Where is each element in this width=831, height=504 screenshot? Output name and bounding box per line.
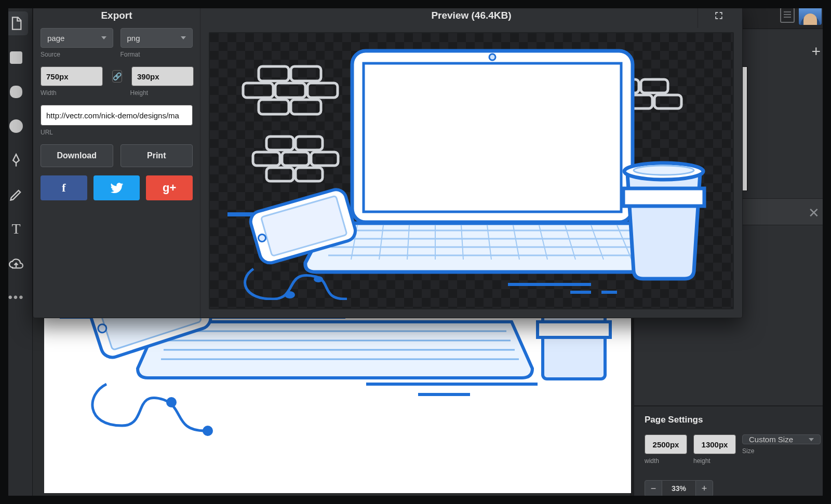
export-url-label: URL	[41, 129, 193, 136]
svg-rect-38	[266, 168, 293, 181]
caret-down-icon	[181, 36, 186, 39]
export-height-label: Height	[130, 89, 193, 97]
rectangle-tool-icon[interactable]	[4, 46, 28, 70]
export-title: Export	[41, 3, 193, 28]
svg-rect-37	[311, 152, 338, 166]
svg-rect-26	[259, 66, 289, 81]
svg-rect-28	[243, 83, 273, 98]
file-tool-icon[interactable]	[4, 11, 28, 35]
caret-down-icon	[809, 438, 814, 441]
export-source-select[interactable]: page	[41, 28, 113, 48]
svg-line-61	[487, 225, 491, 260]
svg-rect-43	[654, 95, 681, 108]
pages-icon[interactable]	[780, 7, 795, 23]
ellipse-tool-icon[interactable]	[4, 114, 28, 138]
add-layer-icon[interactable]: +	[811, 43, 821, 60]
share-twitter-button[interactable]	[93, 175, 140, 200]
svg-line-67	[643, 225, 659, 260]
svg-rect-49	[352, 51, 633, 222]
page-settings-panel: Page Settings width height Custom Size	[634, 405, 831, 504]
svg-point-72	[314, 276, 323, 282]
page-height-input[interactable]	[693, 434, 736, 454]
export-format-select[interactable]: png	[120, 28, 193, 48]
svg-rect-68	[248, 187, 358, 265]
svg-rect-69	[261, 196, 347, 256]
export-height-input[interactable]	[131, 66, 194, 86]
svg-point-9	[97, 323, 108, 334]
svg-point-11	[203, 426, 213, 436]
facebook-icon: f	[62, 181, 65, 195]
svg-rect-32	[291, 100, 321, 114]
svg-rect-29	[275, 83, 305, 98]
link-aspect-icon[interactable]: 🔗	[112, 70, 122, 83]
svg-rect-31	[259, 100, 289, 114]
svg-line-66	[617, 225, 632, 260]
google-plus-icon: g+	[163, 181, 176, 195]
svg-line-64	[565, 225, 575, 260]
svg-line-56	[351, 225, 357, 260]
twitter-icon	[110, 181, 124, 195]
svg-rect-40	[612, 79, 639, 93]
page-size-label: Size	[742, 447, 821, 455]
rounded-rect-tool-icon[interactable]	[4, 80, 28, 104]
export-width-label: Width	[41, 89, 103, 97]
zoom-value: 33%	[662, 480, 695, 497]
delete-layer-icon[interactable]: ✕	[808, 205, 820, 221]
export-url-input[interactable]	[41, 105, 193, 126]
export-source-value: page	[47, 34, 64, 43]
svg-rect-33	[266, 137, 293, 150]
preview-pane: Preview (46.4KB)	[200, 3, 742, 318]
share-google-button[interactable]: g+	[146, 175, 193, 200]
export-source-label: Source	[41, 51, 113, 58]
pen-tool-icon[interactable]	[4, 148, 28, 172]
svg-rect-41	[641, 79, 668, 93]
svg-rect-27	[291, 66, 321, 81]
user-avatar[interactable]	[799, 4, 822, 25]
export-width-input[interactable]	[41, 66, 103, 86]
text-tool-icon[interactable]: T	[4, 217, 28, 241]
preview-canvas	[209, 32, 734, 309]
zoom-in-button[interactable]: +	[695, 480, 713, 497]
export-preview-panel: Export page png Source Format	[33, 3, 743, 318]
pencil-tool-icon[interactable]	[4, 183, 28, 207]
svg-point-51	[489, 54, 495, 60]
svg-rect-34	[296, 137, 323, 150]
svg-rect-13	[538, 322, 610, 337]
export-format-label: Format	[120, 51, 193, 58]
svg-line-63	[539, 225, 547, 260]
preview-title: Preview (46.4KB)	[431, 10, 511, 21]
svg-point-74	[624, 163, 703, 180]
page-size-select[interactable]: Custom Size	[742, 434, 821, 444]
caret-down-icon	[101, 36, 106, 39]
svg-point-70	[258, 234, 266, 242]
share-facebook-button[interactable]: f	[41, 175, 87, 200]
upload-tool-icon[interactable]	[4, 251, 28, 275]
svg-line-57	[379, 225, 383, 260]
svg-rect-36	[282, 152, 309, 166]
page-height-label: height	[693, 457, 736, 465]
page-width-input[interactable]	[645, 434, 687, 454]
svg-rect-50	[364, 63, 621, 212]
more-tool-icon[interactable]: •••	[4, 285, 28, 309]
svg-point-10	[166, 397, 177, 407]
svg-rect-42	[625, 95, 652, 108]
svg-line-60	[461, 225, 463, 260]
svg-rect-73	[623, 188, 704, 206]
svg-rect-30	[307, 83, 338, 98]
expand-preview-button[interactable]	[698, 3, 739, 28]
export-format-value: png	[127, 34, 140, 43]
left-toolbar: T •••	[0, 0, 33, 504]
svg-line-62	[513, 225, 519, 260]
svg-line-65	[591, 225, 604, 260]
download-button[interactable]: Download	[41, 144, 113, 167]
svg-point-71	[285, 291, 295, 298]
svg-rect-35	[253, 152, 280, 166]
zoom-control: − 33% +	[645, 480, 713, 497]
svg-rect-39	[296, 168, 323, 181]
zoom-out-button[interactable]: −	[645, 480, 662, 497]
svg-point-75	[634, 166, 694, 175]
print-button[interactable]: Print	[120, 144, 193, 167]
page-settings-title: Page Settings	[645, 415, 821, 425]
export-pane: Export page png Source Format	[33, 3, 200, 318]
svg-rect-12	[543, 311, 605, 379]
